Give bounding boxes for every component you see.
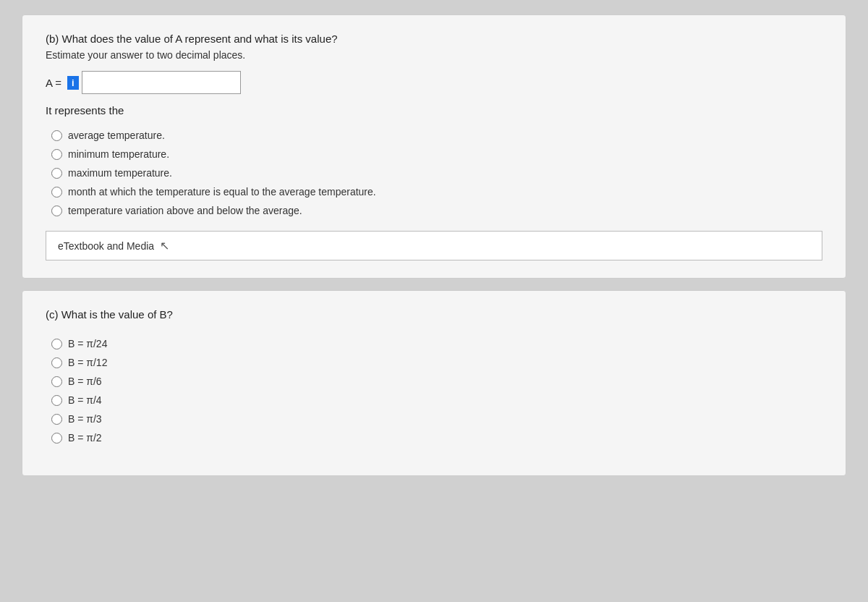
radio-input-maximum[interactable] [51,168,62,179]
radio-input-c5[interactable] [51,414,62,425]
part-b-question: (b) What does the value of A represent a… [46,33,822,45]
radio-option-variation[interactable]: temperature variation above and below th… [51,205,822,216]
radio-label-minimum: minimum temperature. [68,148,169,160]
radio-option-c1[interactable]: B = π/24 [51,338,822,349]
radio-label-average: average temperature. [68,130,165,141]
part-b-card: (b) What does the value of A represent a… [22,14,846,279]
radio-label-c3: B = π/6 [68,376,102,387]
input-row: A = i [46,71,822,94]
radio-label-c1: B = π/24 [68,338,107,349]
part-c-radio-group: B = π/24 B = π/12 B = π/6 B = π/4 B = π/… [51,338,822,444]
radio-label-month: month at which the temperature is equal … [68,186,376,198]
radio-option-minimum[interactable]: minimum temperature. [51,148,822,160]
radio-input-minimum[interactable] [51,149,62,160]
radio-input-c4[interactable] [51,395,62,406]
radio-input-average[interactable] [51,130,62,141]
cursor-indicator: i [67,76,79,90]
a-value-input[interactable] [82,71,241,94]
radio-option-maximum[interactable]: maximum temperature. [51,167,822,179]
radio-input-c2[interactable] [51,357,62,368]
input-label: A = [46,77,61,89]
etextbook-media-bar[interactable]: eTextbook and Media ↖ [46,231,822,260]
radio-input-month[interactable] [51,187,62,198]
radio-label-c5: B = π/3 [68,413,102,425]
radio-label-c2: B = π/12 [68,357,107,368]
radio-option-c3[interactable]: B = π/6 [51,376,822,387]
radio-input-c1[interactable] [51,339,62,349]
part-b-radio-group: average temperature. minimum temperature… [51,130,822,216]
radio-label-c4: B = π/4 [68,394,102,406]
part-c-question: (c) What is the value of B? [46,308,822,321]
radio-option-c4[interactable]: B = π/4 [51,394,822,406]
radio-input-c3[interactable] [51,376,62,387]
part-c-card: (c) What is the value of B? B = π/24 B =… [22,290,846,476]
etextbook-label: eTextbook and Media [58,240,154,252]
radio-option-c5[interactable]: B = π/3 [51,413,822,425]
radio-label-maximum: maximum temperature. [68,167,172,179]
part-b-sub-instruction: Estimate your answer to two decimal plac… [46,49,822,61]
it-represents-label: It represents the [46,104,822,116]
radio-input-c6[interactable] [51,433,62,444]
radio-option-c2[interactable]: B = π/12 [51,357,822,368]
radio-label-variation: temperature variation above and below th… [68,205,302,216]
radio-label-c6: B = π/2 [68,432,102,444]
radio-option-month[interactable]: month at which the temperature is equal … [51,186,822,198]
radio-option-average[interactable]: average temperature. [51,130,822,141]
radio-option-c6[interactable]: B = π/2 [51,432,822,444]
radio-input-variation[interactable] [51,205,62,216]
cursor-arrow-icon: ↖ [160,239,169,253]
